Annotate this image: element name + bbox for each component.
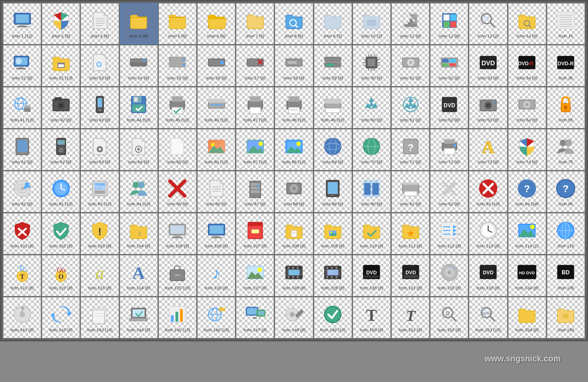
icon-cell-90[interactable]: Icon 90 (8) — [353, 171, 391, 212]
icon-cell-70[interactable]: Icon 70 (8) — [353, 129, 391, 170]
icon-cell-1[interactable]: Icon 1 (12) — [3, 3, 41, 44]
icon-cell-112[interactable]: Icon 112 (8) — [430, 213, 468, 254]
icon-cell-142[interactable]: Icon 142 (8) — [42, 297, 80, 338]
icon-cell-94[interactable]: ?Icon 94 (29) — [508, 171, 546, 212]
icon-cell-133[interactable]: DVDIcon 133 (8) — [469, 255, 507, 296]
icon-cell-92[interactable]: Icon 92 (8) — [430, 171, 468, 212]
icon-cell-81[interactable]: Icon 81 (8) — [3, 171, 41, 212]
icon-cell-148[interactable]: Icon 148 (8) — [275, 297, 313, 338]
icon-cell-85[interactable]: Icon 85 (8) — [159, 171, 196, 212]
icon-cell-83[interactable]: SetupIcon 83 (10) — [81, 171, 119, 212]
icon-cell-115[interactable]: Icon 115 — [547, 213, 585, 254]
icon-cell-2[interactable]: Icon 2 (8) — [42, 3, 80, 44]
icon-cell-61[interactable]: Icon 61 (8) — [3, 129, 41, 170]
icon-cell-86[interactable]: Icon 86 (8) — [197, 171, 235, 212]
icon-cell-73[interactable]: AIcon 73 (8) — [469, 129, 507, 170]
icon-cell-149[interactable]: Icon 149 (10) — [314, 297, 352, 338]
icon-cell-72[interactable]: Icon 72 (8) — [430, 129, 468, 170]
icon-cell-4[interactable]: Icon 4 (8) — [120, 3, 158, 44]
icon-cell-75[interactable]: Icon 75 — [547, 129, 585, 170]
icon-cell-143[interactable]: Icon 143 (14) — [81, 297, 119, 338]
icon-cell-15[interactable]: Icon 15 — [547, 3, 585, 44]
icon-cell-50[interactable]: Icon 50 (8) — [353, 87, 391, 128]
icon-cell-32[interactable]: Icon 32 (8) — [430, 45, 468, 86]
icon-cell-141[interactable]: ?Icon 141 (8) — [3, 297, 41, 338]
icon-cell-82[interactable]: Icon 82 (10) — [42, 171, 80, 212]
icon-cell-65[interactable]: Icon 65 (8) — [159, 129, 196, 170]
icon-cell-48[interactable]: Icon 48 (10) — [275, 87, 313, 128]
icon-cell-29[interactable]: Icon 29 (8) — [314, 45, 352, 86]
icon-cell-8[interactable]: Icon 8 (8) — [275, 3, 313, 44]
icon-cell-103[interactable]: !Icon 103 (8) — [81, 213, 119, 254]
icon-cell-155[interactable]: Icon 155 — [547, 297, 585, 338]
icon-cell-41[interactable]: Icon 41 (13) — [3, 87, 41, 128]
icon-cell-93[interactable]: Icon 93 (10) — [469, 171, 507, 212]
icon-cell-132[interactable]: ♪Icon 132 (8) — [430, 255, 468, 296]
icon-cell-107[interactable]: Icon 107 (8) — [236, 213, 274, 254]
icon-cell-147[interactable]: Icon 147 (8) — [236, 297, 274, 338]
icon-cell-114[interactable]: Icon 114 (1) — [508, 213, 546, 254]
icon-cell-14[interactable]: Icon 14 (8) — [508, 3, 546, 44]
icon-cell-109[interactable]: Icon 109 (8) — [314, 213, 352, 254]
icon-cell-106[interactable]: Icon 106 (8) — [197, 213, 235, 254]
icon-cell-66[interactable]: Icon 66 (10) — [197, 129, 235, 170]
icon-cell-124[interactable]: AIcon 124 (8) — [120, 255, 158, 296]
icon-cell-35[interactable]: DVD-RIcon 35 — [547, 45, 585, 86]
icon-cell-150[interactable]: TIcon 150 (8) — [353, 297, 391, 338]
icon-cell-104[interactable]: ♪Icon 104 (8) — [120, 213, 158, 254]
icon-cell-30[interactable]: Icon 30 (8) — [353, 45, 391, 86]
icon-cell-87[interactable]: Icon 87 (8) — [236, 171, 274, 212]
icon-cell-47[interactable]: Icon 47 (10) — [236, 87, 274, 128]
icon-cell-21[interactable]: Icon 21 (8) — [3, 45, 41, 86]
icon-cell-43[interactable]: Icon 43 (8) — [81, 87, 119, 128]
icon-cell-153[interactable]: wwwIcon 153 (10) — [469, 297, 507, 338]
icon-cell-130[interactable]: DVDIcon 130 (8) — [353, 255, 391, 296]
icon-cell-95[interactable]: ?Icon 95 — [547, 171, 585, 212]
icon-cell-91[interactable]: Icon 91 (8) — [392, 171, 429, 212]
icon-cell-51[interactable]: Icon 51 (8) — [392, 87, 429, 128]
icon-cell-152[interactable]: QIcon 152 (8) — [430, 297, 468, 338]
icon-cell-22[interactable]: Icon 22 (13) — [42, 45, 80, 86]
icon-cell-110[interactable]: Icon 110 (8) — [353, 213, 391, 254]
icon-cell-54[interactable]: Icon 54 (8) — [508, 87, 546, 128]
icon-cell-44[interactable]: Icon 44 (10) — [120, 87, 158, 128]
icon-cell-68[interactable]: Icon 68 (10) — [275, 129, 313, 170]
icon-cell-69[interactable]: Icon 69 (8) — [314, 129, 352, 170]
icon-cell-121[interactable]: TTcIcon 121 (8) — [3, 255, 41, 296]
icon-cell-127[interactable]: Icon 127 (8) — [236, 255, 274, 296]
icon-cell-67[interactable]: Icon 67 (10) — [236, 129, 274, 170]
icon-cell-49[interactable]: Icon 49 (10) — [314, 87, 352, 128]
icon-cell-12[interactable]: Icon 12 (8) — [430, 3, 468, 44]
icon-cell-126[interactable]: ♪Icon 126 (8) — [197, 255, 235, 296]
icon-cell-128[interactable]: Icon 128 (8) — [275, 255, 313, 296]
icon-cell-129[interactable]: Icon 129 (8) — [314, 255, 352, 296]
icon-cell-42[interactable]: Icon 42 (8) — [42, 87, 80, 128]
icon-cell-123[interactable]: aIcon 123 (8) — [81, 255, 119, 296]
icon-cell-154[interactable]: Icon 154 (8) — [508, 297, 546, 338]
icon-cell-6[interactable]: Icon 6 (8) — [197, 3, 235, 44]
icon-cell-33[interactable]: DVDIcon 33 (8) — [469, 45, 507, 86]
icon-cell-122[interactable]: OOoIcon 122 (8) — [42, 255, 80, 296]
icon-cell-89[interactable]: Icon 89 (8) — [314, 171, 352, 212]
icon-cell-125[interactable]: Icon 125 (10) — [159, 255, 196, 296]
icon-cell-53[interactable]: Icon 53 (8) — [469, 87, 507, 128]
icon-cell-10[interactable]: Icon 10 (3) — [353, 3, 391, 44]
icon-cell-9[interactable]: Icon 9 (3) — [314, 3, 352, 44]
icon-cell-31[interactable]: Icon 31 (8) — [392, 45, 429, 86]
icon-cell-64[interactable]: Icon 64 (8) — [120, 129, 158, 170]
icon-cell-71[interactable]: ?Icon 71 (8) — [392, 129, 429, 170]
icon-cell-11[interactable]: Icon 11 (8) — [392, 3, 429, 44]
icon-cell-63[interactable]: Icon 63 (8) — [81, 129, 119, 170]
icon-cell-26[interactable]: Icon 26 (8) — [197, 45, 235, 86]
icon-cell-113[interactable]: Icon 113 (8) — [469, 213, 507, 254]
icon-cell-5[interactable]: Icon 5 (8) — [159, 3, 196, 44]
icon-cell-34[interactable]: DVD-RIcon 34 (8) — [508, 45, 546, 86]
icon-cell-108[interactable]: Icon 108 (8) — [275, 213, 313, 254]
icon-cell-84[interactable]: Icon 84 (10) — [120, 171, 158, 212]
icon-cell-146[interactable]: Icon 146 (10) — [197, 297, 235, 338]
icon-cell-135[interactable]: BDIcon 135 — [547, 255, 585, 296]
icon-cell-23[interactable]: Icon 23 (8) — [81, 45, 119, 86]
icon-cell-45[interactable]: Icon 45 (10) — [159, 87, 196, 128]
icon-cell-13[interactable]: Icon 13 (2) — [469, 3, 507, 44]
icon-cell-28[interactable]: Icon 28 (8) — [275, 45, 313, 86]
